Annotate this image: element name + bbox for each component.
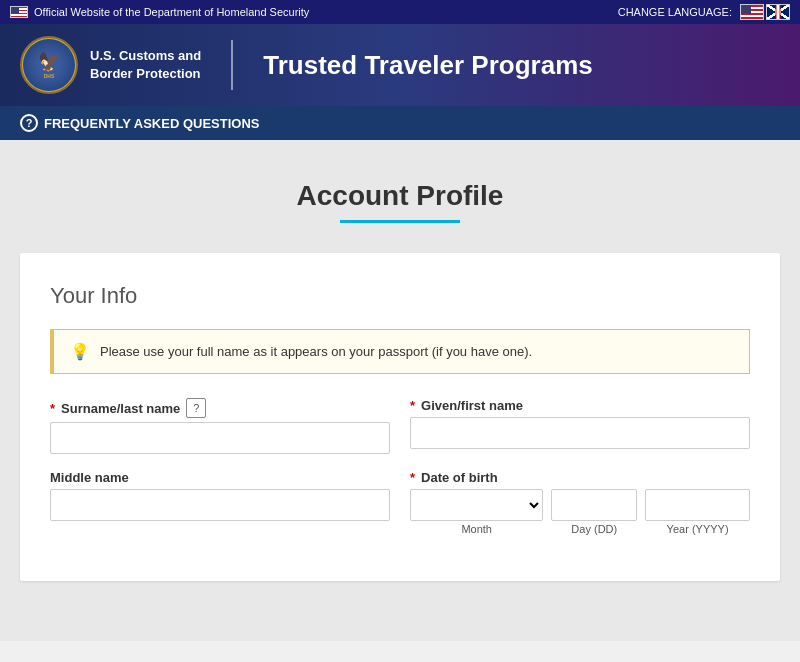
surname-group: * Surname/last name ? [50, 398, 390, 454]
notice-text: Please use your full name as it appears … [100, 344, 532, 359]
dob-month-label: Month [410, 523, 543, 535]
given-name-input[interactable] [410, 417, 750, 449]
middle-name-label-area: Middle name [50, 470, 390, 485]
given-name-label: Given/first name [421, 398, 523, 413]
dob-year-field: Year (YYYY) [645, 489, 750, 535]
dob-day-field: Day (DD) [551, 489, 637, 535]
passport-notice: 💡 Please use your full name as it appear… [50, 329, 750, 374]
dhs-seal: 🦅 DHS [20, 36, 78, 94]
top-bar: Official Website of the Department of Ho… [0, 0, 800, 24]
seal-text: DHS [44, 73, 55, 79]
page-background: Account Profile Your Info 💡 Please use y… [0, 140, 800, 641]
page-title-area: Account Profile [0, 160, 800, 233]
official-site-text: Official Website of the Department of Ho… [34, 6, 309, 18]
section-title: Your Info [50, 283, 750, 309]
us-flag-small-icon [10, 6, 28, 18]
title-underline [340, 220, 460, 223]
flag-container[interactable] [740, 4, 790, 20]
dob-year-input[interactable] [645, 489, 750, 521]
dob-day-input[interactable] [551, 489, 637, 521]
dob-required-star: * [410, 470, 415, 485]
seal-eagle-icon: 🦅 [38, 51, 60, 73]
given-name-label-area: * Given/first name [410, 398, 750, 413]
page-title: Account Profile [0, 180, 800, 212]
middle-name-input[interactable] [50, 489, 390, 521]
language-selector-area: CHANGE LANGUAGE: [618, 4, 790, 20]
nav-bar: ? FREQUENTLY ASKED QUESTIONS [0, 106, 800, 140]
name-row: * Surname/last name ? * Given/first name [50, 398, 750, 454]
dob-month-field: January February March April May June Ju… [410, 489, 543, 535]
dob-month-select[interactable]: January February March April May June Ju… [410, 489, 543, 521]
surname-input[interactable] [50, 422, 390, 454]
agency-name: U.S. Customs and Border Protection [90, 47, 201, 83]
dob-group: * Date of birth January February March A… [410, 470, 750, 535]
middle-name-label: Middle name [50, 470, 129, 485]
dob-day-label: Day (DD) [551, 523, 637, 535]
surname-label-area: * Surname/last name ? [50, 398, 390, 418]
surname-label: Surname/last name [61, 401, 180, 416]
dob-fields: January February March April May June Ju… [410, 489, 750, 535]
form-card: Your Info 💡 Please use your full name as… [20, 253, 780, 581]
surname-required-star: * [50, 401, 55, 416]
dob-year-label: Year (YYYY) [645, 523, 750, 535]
faq-icon: ? [20, 114, 38, 132]
dob-label: Date of birth [421, 470, 498, 485]
change-language-label: CHANGE LANGUAGE: [618, 6, 732, 18]
official-site-notice: Official Website of the Department of Ho… [10, 6, 309, 18]
us-flag-icon[interactable] [740, 4, 764, 20]
faq-link[interactable]: ? FREQUENTLY ASKED QUESTIONS [20, 114, 260, 132]
middle-name-group: Middle name [50, 470, 390, 535]
header-divider [231, 40, 233, 90]
faq-label: FREQUENTLY ASKED QUESTIONS [44, 116, 260, 131]
seal-inner: 🦅 DHS [23, 39, 75, 91]
given-name-required-star: * [410, 398, 415, 413]
middle-dob-row: Middle name * Date of birth January Febr… [50, 470, 750, 535]
given-name-group: * Given/first name [410, 398, 750, 454]
bulb-icon: 💡 [70, 342, 90, 361]
dob-label-area: * Date of birth [410, 470, 750, 485]
logo-area: 🦅 DHS U.S. Customs and Border Protection [20, 36, 201, 94]
surname-help-button[interactable]: ? [186, 398, 206, 418]
program-title: Trusted Traveler Programs [263, 50, 592, 81]
uk-flag-icon[interactable] [766, 4, 790, 20]
site-header: 🦅 DHS U.S. Customs and Border Protection… [0, 24, 800, 106]
